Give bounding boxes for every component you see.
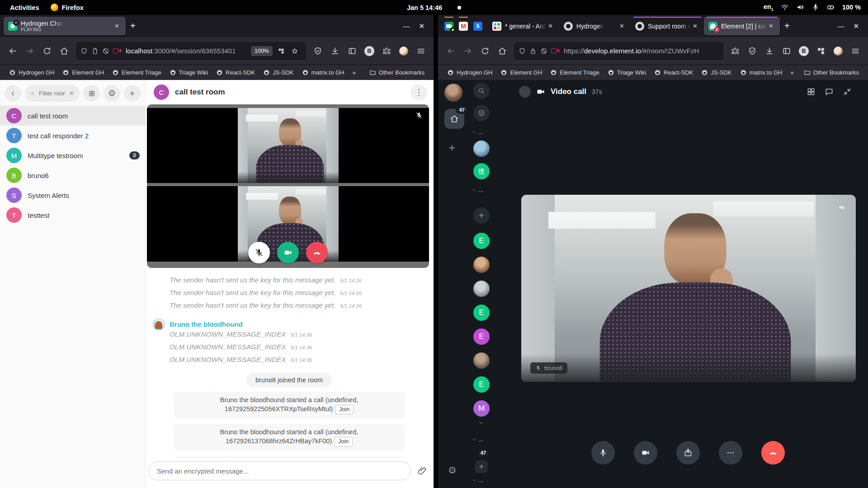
- address-bar[interactable]: localhost:3000/#/session/636553401 100%: [76, 42, 306, 60]
- window-close-button[interactable]: ✕: [853, 22, 859, 30]
- tab-hydrogen-gh[interactable]: Hydrogen ✕: [559, 17, 631, 35]
- bookmarks-overflow-chevron[interactable]: »: [787, 67, 797, 78]
- home-button[interactable]: [56, 43, 72, 59]
- tab-element-call[interactable]: 2 Element [2] | call ✕: [704, 17, 780, 35]
- bookmark-item[interactable]: Hydrogen GH: [443, 67, 496, 78]
- tab-slack-general[interactable]: * general - AnDa ✕: [488, 17, 559, 35]
- add-room-button[interactable]: +: [473, 207, 490, 224]
- camera-sharing-indicator-icon[interactable]: [551, 48, 559, 54]
- clear-filter-icon[interactable]: ✕: [69, 90, 74, 97]
- containers-icon[interactable]: [813, 43, 829, 59]
- bookmark-item[interactable]: JS-SDK: [698, 67, 735, 78]
- other-bookmarks-folder[interactable]: Other Bookmarks: [800, 67, 863, 78]
- user-avatar[interactable]: [444, 84, 462, 102]
- forward-button[interactable]: [22, 43, 38, 59]
- https-lock-icon[interactable]: [529, 47, 537, 55]
- sidebar-toggle-icon[interactable]: [778, 43, 795, 59]
- back-button[interactable]: [443, 43, 459, 59]
- room-avatar-letter[interactable]: E: [473, 233, 490, 249]
- reload-button[interactable]: [39, 43, 55, 59]
- room-item-test-call-responder[interactable]: T test call responder 2: [0, 126, 145, 145]
- window-minimize-button[interactable]: —: [837, 22, 844, 30]
- room-avatar-photo[interactable]: [473, 141, 490, 157]
- section-collapse-chevron[interactable]: …: [472, 188, 484, 193]
- pocket-shield-icon[interactable]: [744, 43, 760, 59]
- downloads-button[interactable]: [761, 43, 778, 59]
- sidebar-toggle-icon[interactable]: [344, 43, 360, 59]
- bookmark-item[interactable]: React-SDK: [651, 67, 697, 78]
- bitwarden-extension-icon[interactable]: B: [796, 43, 812, 59]
- home-space-button[interactable]: 47: [444, 109, 464, 129]
- remote-participant-video[interactable]: bruno8 Bruno the…: [521, 195, 856, 382]
- permissions-shield-icon[interactable]: [80, 47, 88, 55]
- camera-sharing-indicator-icon[interactable]: [113, 48, 121, 54]
- hangup-button[interactable]: [761, 441, 785, 465]
- room-avatar-photo[interactable]: [473, 352, 490, 369]
- tab-close-button[interactable]: ✕: [546, 22, 555, 30]
- sender-name[interactable]: Bruno the bloodhound: [170, 320, 243, 328]
- zoom-level-badge[interactable]: 100%: [251, 46, 273, 56]
- grid-view-button[interactable]: [83, 85, 100, 102]
- pinned-tab-gmail[interactable]: M: [456, 17, 471, 35]
- toggle-mic-button[interactable]: [591, 441, 615, 465]
- tracking-protection-icon[interactable]: [540, 47, 547, 55]
- activities-button[interactable]: Activities: [10, 4, 39, 11]
- audio-output-icon[interactable]: [838, 203, 847, 214]
- hangup-button[interactable]: [306, 242, 328, 263]
- toggle-camera-button[interactable]: [634, 441, 657, 465]
- attachment-paperclip-icon[interactable]: [417, 466, 427, 476]
- quick-settings-gear-button[interactable]: ⚙: [448, 465, 457, 476]
- back-button[interactable]: [5, 43, 21, 59]
- search-button[interactable]: [473, 83, 490, 99]
- address-bar[interactable]: https://develop.element.io/#/room/!ZUWvF…: [514, 42, 723, 60]
- room-avatar-letter[interactable]: E: [473, 328, 490, 345]
- filter-rooms-pill[interactable]: ✕: [25, 85, 80, 102]
- tab-close-button[interactable]: ✕: [691, 22, 699, 30]
- bookmark-item[interactable]: matrix.to GH: [736, 67, 786, 78]
- window-close-button[interactable]: ✕: [419, 22, 425, 30]
- bookmark-item[interactable]: Triage Wiki: [604, 67, 650, 78]
- section-collapse-chevron[interactable]: …: [472, 130, 484, 135]
- pinned-tab-meet[interactable]: [442, 17, 456, 35]
- join-call-button[interactable]: Join: [334, 437, 353, 447]
- bookmark-item[interactable]: Element GH: [59, 67, 108, 78]
- room-item-system-alerts[interactable]: S System Alerts: [0, 185, 145, 205]
- tracking-protection-icon[interactable]: [102, 47, 109, 55]
- bookmarks-overflow-chevron[interactable]: »: [349, 67, 359, 78]
- tab-close-button[interactable]: ✕: [767, 22, 775, 30]
- clock[interactable]: Jan 5 14:46: [407, 4, 442, 11]
- filter-rooms-input[interactable]: [38, 89, 66, 97]
- bookmark-item[interactable]: Element GH: [497, 67, 546, 78]
- room-avatar-letter[interactable]: M: [473, 400, 490, 417]
- settings-gear-button[interactable]: ⚙: [104, 85, 120, 102]
- room-avatar-photo[interactable]: [473, 281, 490, 297]
- hamster-extension-icon[interactable]: [396, 43, 412, 59]
- bookmark-item[interactable]: React-SDK: [212, 67, 259, 78]
- session-back-button[interactable]: [5, 85, 21, 102]
- new-tab-button[interactable]: +: [780, 20, 794, 32]
- permissions-shield-icon[interactable]: [519, 47, 526, 55]
- chat-bubble-icon[interactable]: [825, 87, 834, 96]
- add-room-button[interactable]: +: [475, 460, 488, 473]
- room-avatar-letter[interactable]: E: [473, 305, 490, 321]
- room-avatar-kanji[interactable]: 使: [473, 163, 490, 179]
- tab-close-button[interactable]: ✕: [618, 22, 626, 30]
- section-collapse-chevron[interactable]: …: [472, 478, 484, 483]
- tab-close-button[interactable]: ✕: [113, 22, 121, 30]
- forward-button[interactable]: [460, 43, 476, 59]
- downloads-button[interactable]: [327, 43, 343, 59]
- other-bookmarks-folder[interactable]: Other Bookmarks: [366, 67, 428, 78]
- join-call-button[interactable]: Join: [335, 405, 354, 415]
- tab-hydrogen-chat[interactable]: Hydrogen Chat PLAYING ✕: [4, 17, 126, 35]
- section-collapse-chevron[interactable]: …: [472, 437, 484, 442]
- bookmark-item[interactable]: JS-SDK: [259, 67, 297, 78]
- toggle-camera-button[interactable]: [277, 242, 299, 263]
- keyboard-layout[interactable]: en1: [764, 3, 774, 12]
- battery-percent[interactable]: 100 %: [842, 4, 861, 11]
- reload-button[interactable]: [477, 43, 493, 59]
- create-room-button[interactable]: +: [124, 85, 141, 102]
- composer-input[interactable]: [156, 467, 403, 475]
- bookmark-item[interactable]: Triage Wiki: [166, 67, 212, 78]
- menu-hamburger-icon[interactable]: [847, 43, 863, 59]
- hamster-extension-icon[interactable]: [830, 43, 846, 59]
